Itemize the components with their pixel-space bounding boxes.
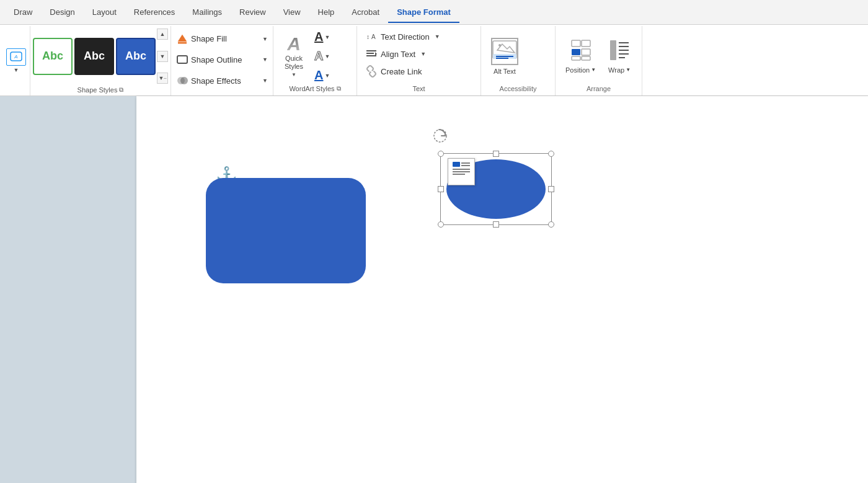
scroll-down-button[interactable]: ▼ bbox=[157, 51, 168, 62]
shape-outline-button[interactable]: Shape Outline ▼ bbox=[176, 51, 268, 68]
wordart-text-outline-button[interactable]: A ▼ bbox=[312, 48, 332, 64]
position-dropdown: ▼ bbox=[591, 67, 596, 73]
handle-middle-right[interactable] bbox=[548, 186, 554, 192]
wordart-effects-dropdown-icon: ▼ bbox=[324, 73, 330, 79]
shape-outline-dropdown-icon: ▼ bbox=[262, 56, 268, 63]
wordart-expand-icon: ⧉ bbox=[337, 85, 341, 92]
handle-bottom-left[interactable] bbox=[438, 221, 444, 228]
wordart-a-effects-icon: A bbox=[314, 68, 323, 82]
handle-middle-left[interactable] bbox=[438, 186, 444, 192]
align-text-button[interactable]: Align Text ▼ bbox=[362, 46, 476, 62]
handle-top-left[interactable] bbox=[438, 151, 444, 157]
shape-style-1[interactable]: Abc bbox=[33, 38, 73, 75]
shape-effects-button[interactable]: Shape Effects ▼ bbox=[176, 73, 268, 89]
tab-view[interactable]: View bbox=[275, 2, 309, 23]
handle-bottom-middle[interactable] bbox=[493, 221, 499, 228]
scroll-expand-button[interactable]: ▼─ bbox=[157, 73, 168, 84]
align-text-dropdown: ▼ bbox=[420, 51, 426, 57]
quick-styles-dropdown-icon: ▼ bbox=[291, 72, 296, 78]
wrap-text-icon bbox=[609, 39, 630, 64]
text-direction-icon: ↕ A bbox=[365, 30, 378, 43]
shape-styles-label[interactable]: Shape Styles ⧉ bbox=[33, 85, 168, 94]
wrap-dropdown: ▼ bbox=[626, 67, 631, 73]
handle-bottom-right[interactable] bbox=[548, 221, 554, 228]
svg-line-12 bbox=[370, 70, 373, 73]
svg-rect-19 bbox=[572, 40, 580, 47]
tab-review[interactable]: Review bbox=[231, 2, 275, 23]
handle-top-right[interactable] bbox=[548, 151, 554, 157]
position-button[interactable]: Position ▼ bbox=[560, 29, 601, 84]
layout-popup-icon bbox=[451, 161, 471, 182]
accessibility-label: Accessibility bbox=[486, 84, 550, 93]
rounded-rect-shape[interactable] bbox=[206, 178, 366, 283]
wrap-text-button[interactable]: Wrap ▼ bbox=[603, 29, 636, 84]
shape-styles-expand-icon: ⧉ bbox=[119, 86, 123, 94]
alt-text-button[interactable]: Alt Text bbox=[486, 35, 523, 78]
wrap-text-label: Wrap ▼ bbox=[608, 66, 631, 74]
wordart-fill-dropdown-icon: ▼ bbox=[324, 34, 330, 40]
text-direction-button[interactable]: ↕ A Text Direction ▼ bbox=[362, 29, 476, 45]
svg-point-18 bbox=[498, 44, 501, 47]
tab-draw[interactable]: Draw bbox=[5, 2, 41, 23]
wordart-styles-label[interactable]: WordArt Styles ⧉ bbox=[278, 84, 352, 93]
text-group-label: Text bbox=[362, 84, 476, 93]
alt-text-icon bbox=[491, 38, 518, 65]
wordart-a-outline-icon: A bbox=[314, 49, 323, 63]
svg-text:A: A bbox=[14, 54, 17, 60]
layout-options-popup[interactable] bbox=[448, 158, 475, 185]
tab-help[interactable]: Help bbox=[309, 2, 343, 23]
shape-style-3[interactable]: Abc bbox=[116, 38, 156, 75]
svg-text:↕: ↕ bbox=[366, 33, 370, 40]
canvas-area: ⚓ bbox=[0, 96, 868, 483]
svg-rect-9 bbox=[366, 53, 374, 54]
shape-effects-icon bbox=[176, 74, 188, 87]
position-label: Position ▼ bbox=[565, 66, 596, 74]
svg-rect-21 bbox=[572, 49, 580, 55]
wordart-a-icon: A bbox=[287, 35, 301, 53]
create-link-icon bbox=[365, 64, 378, 78]
svg-rect-25 bbox=[610, 40, 616, 60]
wordart-quick-styles-button[interactable]: A Quick Styles ▼ bbox=[278, 40, 309, 73]
shape-fill-icon bbox=[176, 33, 188, 45]
create-link-button[interactable]: Create Link bbox=[362, 63, 476, 79]
svg-rect-2 bbox=[178, 42, 187, 44]
alt-text-label: Alt Text bbox=[494, 68, 516, 75]
svg-point-5 bbox=[180, 77, 188, 84]
svg-rect-20 bbox=[582, 40, 590, 47]
tab-mailings[interactable]: Mailings bbox=[184, 2, 231, 23]
handle-top-middle[interactable] bbox=[493, 151, 499, 157]
wordart-a-fill-icon: A bbox=[314, 30, 323, 44]
shape-fill-button[interactable]: Shape Fill ▼ bbox=[176, 31, 268, 47]
shape-outline-icon bbox=[176, 53, 188, 66]
svg-rect-24 bbox=[582, 56, 590, 60]
wordart-text-effects-button[interactable]: A ▼ bbox=[312, 67, 332, 84]
wordart-outline-dropdown-icon: ▼ bbox=[324, 53, 330, 60]
tab-design[interactable]: Design bbox=[41, 2, 83, 23]
arrange-label: Arrange bbox=[560, 84, 637, 93]
align-text-icon bbox=[365, 47, 378, 61]
quick-styles-label: Quick Styles bbox=[279, 55, 309, 71]
tab-references[interactable]: References bbox=[125, 2, 184, 23]
tab-acrobat[interactable]: Acrobat bbox=[343, 2, 388, 23]
svg-rect-22 bbox=[582, 49, 590, 55]
scroll-up-button[interactable]: ▲ bbox=[157, 29, 168, 40]
tab-shape-format[interactable]: Shape Format bbox=[388, 2, 459, 23]
text-dir-dropdown: ▼ bbox=[435, 33, 440, 40]
svg-rect-23 bbox=[572, 56, 580, 60]
shape-effects-dropdown-icon: ▼ bbox=[262, 78, 268, 84]
document-page: ⚓ bbox=[136, 96, 868, 483]
svg-rect-10 bbox=[366, 55, 376, 56]
shape-fill-dropdown-icon: ▼ bbox=[262, 36, 268, 42]
wordart-text-fill-button[interactable]: A ▼ bbox=[312, 29, 332, 45]
shape-style-2[interactable]: Abc bbox=[74, 38, 114, 75]
dropdown-arrow-icon[interactable]: ▼ bbox=[14, 67, 19, 73]
position-icon bbox=[570, 39, 591, 64]
svg-rect-3 bbox=[177, 56, 187, 63]
tab-layout[interactable]: Layout bbox=[84, 2, 125, 23]
svg-rect-32 bbox=[453, 162, 460, 167]
svg-rect-8 bbox=[366, 50, 376, 51]
shape-tools-label bbox=[176, 91, 268, 93]
svg-text:A: A bbox=[371, 33, 376, 40]
shape-selector-icon[interactable]: A bbox=[6, 48, 26, 66]
rotation-handle[interactable] bbox=[432, 127, 449, 147]
